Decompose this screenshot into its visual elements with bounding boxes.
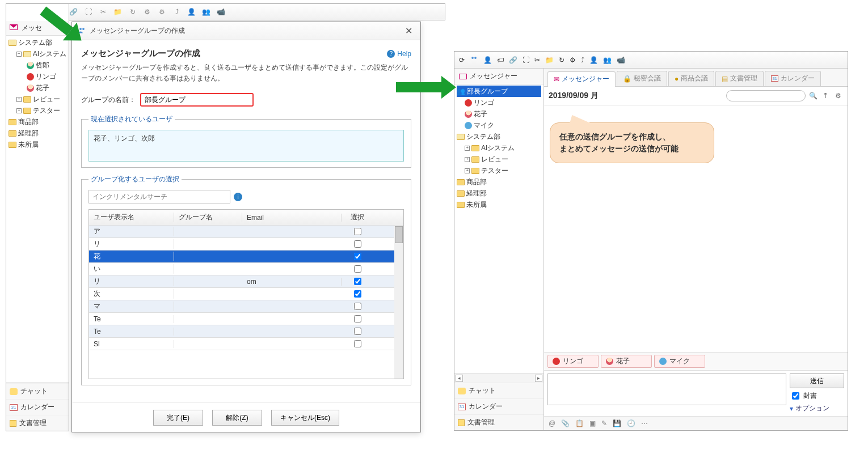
scroll-thumb[interactable] — [395, 226, 403, 243]
cell-select[interactable] — [342, 276, 373, 287]
settings-icon[interactable]: ⚙ — [833, 91, 843, 101]
sidebar-docs-button[interactable]: 文書管理 — [6, 415, 69, 431]
row-checkbox[interactable] — [354, 328, 361, 335]
attach-icon[interactable]: 📎 — [561, 419, 570, 427]
th-select[interactable]: 選択 — [342, 213, 373, 222]
tab-calendar[interactable]: 31カレンダー — [765, 71, 821, 86]
tree-node-mike[interactable]: マイク — [457, 120, 541, 131]
table-row[interactable]: Te — [89, 325, 403, 338]
person-off-icon[interactable]: 👥 — [603, 56, 612, 64]
table-row[interactable]: Sl — [89, 338, 403, 350]
tree-node-systembu[interactable]: システム部 — [9, 37, 66, 48]
sidebar-chat-button[interactable]: チャット — [454, 383, 543, 398]
person-icon[interactable]: 👤 — [589, 56, 598, 64]
search-input[interactable] — [726, 90, 806, 101]
expand-icon[interactable]: + — [16, 97, 22, 102]
recipient-chip[interactable]: リンゴ — [547, 355, 599, 368]
expand-icon[interactable]: + — [465, 157, 470, 162]
save-icon[interactable]: 💾 — [613, 419, 621, 427]
capture-icon[interactable]: ▣ — [589, 419, 596, 427]
tree-node-ringo[interactable]: リンゴ — [457, 97, 541, 108]
cell-select[interactable] — [342, 264, 373, 274]
scroll-top-icon[interactable]: ⤒ — [820, 91, 831, 101]
tree-node-hanako[interactable]: 花子 — [9, 82, 66, 94]
gear-icon[interactable]: ⚙ — [570, 56, 576, 64]
seal-checkbox-row[interactable]: 封書 — [790, 390, 844, 401]
person-off-icon[interactable]: 👥 — [201, 7, 211, 17]
history-icon[interactable]: 🕘 — [627, 419, 635, 427]
select-icon[interactable]: ⛶ — [83, 7, 93, 17]
tab-docs[interactable]: ▤文書管理 — [715, 71, 764, 86]
cell-select[interactable] — [342, 313, 373, 324]
table-row[interactable]: 次 — [89, 288, 403, 300]
sidebar-chat-button[interactable]: チャット — [6, 383, 69, 399]
compose-textarea[interactable] — [547, 373, 786, 405]
person-icon[interactable]: 👤 — [187, 7, 196, 17]
option-toggle[interactable]: ▾オプション — [790, 404, 844, 413]
user-add-icon[interactable]: 👤 — [483, 56, 492, 64]
tree-node-tester[interactable]: +テスター — [9, 105, 66, 116]
camera-icon[interactable]: 📹 — [216, 7, 226, 17]
seal-checkbox[interactable] — [792, 392, 799, 400]
tree-node-review[interactable]: +レビュー — [9, 94, 66, 105]
tree-node-systembu[interactable]: システム部 — [457, 131, 541, 142]
tab-product[interactable]: ●商品会議 — [668, 71, 714, 86]
expand-icon[interactable]: + — [465, 146, 470, 151]
close-icon[interactable]: ✕ — [403, 26, 415, 36]
row-checkbox[interactable] — [354, 265, 361, 273]
collapse-icon[interactable]: − — [16, 52, 22, 57]
folder-icon[interactable]: 📁 — [545, 56, 554, 64]
table-row[interactable]: 花 — [89, 251, 403, 263]
export-icon[interactable]: ⤴ — [172, 7, 182, 17]
gears-icon[interactable]: ⚙ — [157, 7, 167, 17]
gear-icon[interactable]: ⚙ — [142, 7, 152, 17]
tree-node-keiribu[interactable]: 経理部 — [457, 188, 541, 199]
row-checkbox[interactable] — [354, 228, 361, 235]
row-checkbox[interactable] — [354, 278, 361, 285]
crop-icon[interactable]: ✂ — [98, 7, 108, 17]
recipient-chip[interactable]: マイク — [654, 355, 705, 368]
tree-node-group[interactable]: 👥部長グループ — [457, 86, 541, 97]
help-link[interactable]: ?Help — [387, 50, 411, 58]
tab-messenger[interactable]: ✉メッセンジャー — [547, 71, 616, 87]
row-checkbox[interactable] — [354, 340, 361, 347]
row-checkbox[interactable] — [354, 290, 361, 298]
group-icon[interactable] — [470, 55, 478, 65]
camera-icon[interactable]: 📹 — [617, 56, 625, 64]
refresh-icon[interactable]: ⟳ — [459, 56, 465, 64]
th-groupname[interactable]: グループ名 — [174, 213, 242, 222]
scroll-left-icon[interactable]: ◂ — [456, 375, 463, 382]
sidebar-calendar-button[interactable]: 31カレンダー — [454, 398, 543, 414]
h-scrollbar[interactable]: ◂▸ — [454, 373, 543, 383]
tree-node-tester[interactable]: +テスター — [457, 165, 541, 176]
info-icon[interactable]: i — [234, 193, 242, 201]
row-checkbox[interactable] — [354, 253, 361, 260]
tag-icon[interactable]: 🏷 — [497, 56, 504, 64]
table-row[interactable]: リom — [89, 275, 403, 288]
table-row[interactable]: Te — [89, 313, 403, 325]
cell-select[interactable] — [342, 288, 373, 299]
row-checkbox[interactable] — [354, 315, 361, 322]
sidebar-calendar-button[interactable]: 31カレンダー — [6, 399, 69, 415]
mention-icon[interactable]: @ — [549, 419, 555, 427]
tree-node-hanako[interactable]: 花子 — [457, 108, 541, 120]
clipboard-icon[interactable]: 📋 — [575, 419, 584, 427]
row-checkbox[interactable] — [354, 240, 361, 248]
group-name-input[interactable] — [140, 93, 254, 107]
cell-select[interactable] — [342, 301, 373, 312]
sidebar-docs-button[interactable]: 文書管理 — [454, 414, 543, 430]
table-row[interactable]: リ — [89, 238, 403, 251]
select-icon[interactable]: ⛶ — [523, 56, 529, 64]
sync-icon[interactable]: ↻ — [559, 56, 564, 64]
tree-node-ai[interactable]: −AIシステム — [9, 48, 66, 60]
th-email[interactable]: Email — [242, 214, 342, 222]
incremental-search-input[interactable] — [89, 190, 230, 203]
sync-icon[interactable]: ↻ — [128, 7, 137, 17]
tree-node-review[interactable]: +レビュー — [457, 154, 541, 165]
recipient-chip[interactable]: 花子 — [601, 355, 652, 368]
tree-node-ringo[interactable]: リンゴ — [9, 71, 66, 82]
cell-select[interactable] — [342, 338, 373, 349]
expand-icon[interactable]: + — [465, 168, 470, 173]
folder-icon[interactable]: 📁 — [113, 7, 123, 17]
search-icon[interactable]: 🔍 — [808, 91, 818, 101]
